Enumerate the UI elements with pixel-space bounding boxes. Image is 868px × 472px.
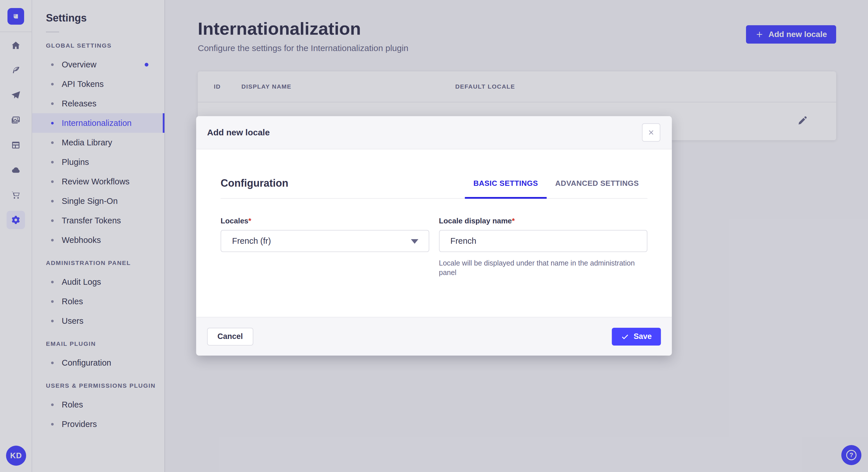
configuration-header: Configuration BASIC SETTINGS ADVANCED SE… bbox=[221, 177, 648, 199]
save-button[interactable]: Save bbox=[612, 328, 661, 345]
add-locale-modal: Add new locale Configuration BASIC SETTI… bbox=[196, 116, 672, 356]
display-name-hint: Locale will be displayed under that name… bbox=[439, 258, 648, 277]
display-name-label: Locale display name* bbox=[439, 216, 515, 225]
display-name-field: Locale display name* Locale will be disp… bbox=[439, 216, 648, 277]
check-icon bbox=[621, 333, 629, 341]
locales-label: Locales* bbox=[221, 216, 251, 225]
cancel-button[interactable]: Cancel bbox=[207, 328, 253, 345]
tab-list: BASIC SETTINGS ADVANCED SETTINGS bbox=[465, 177, 647, 190]
tab-advanced-settings[interactable]: ADVANCED SETTINGS bbox=[547, 177, 647, 190]
display-name-input[interactable] bbox=[439, 230, 648, 252]
required-asterisk: * bbox=[512, 216, 515, 225]
modal-title: Add new locale bbox=[207, 128, 270, 137]
configuration-title: Configuration bbox=[221, 177, 288, 189]
modal-body: Configuration BASIC SETTINGS ADVANCED SE… bbox=[196, 149, 672, 317]
form-fields: Locales* French (fr) Locale display name… bbox=[221, 216, 648, 277]
modal-footer: Cancel Save bbox=[196, 317, 672, 356]
required-asterisk: * bbox=[248, 216, 251, 225]
tab-basic-settings[interactable]: BASIC SETTINGS bbox=[465, 177, 547, 190]
chevron-down-icon bbox=[411, 239, 418, 244]
modal-header: Add new locale bbox=[196, 116, 672, 149]
locales-select[interactable]: French (fr) bbox=[221, 230, 429, 252]
close-icon bbox=[648, 129, 655, 136]
locales-field: Locales* French (fr) bbox=[221, 216, 429, 277]
close-button[interactable] bbox=[642, 123, 660, 142]
